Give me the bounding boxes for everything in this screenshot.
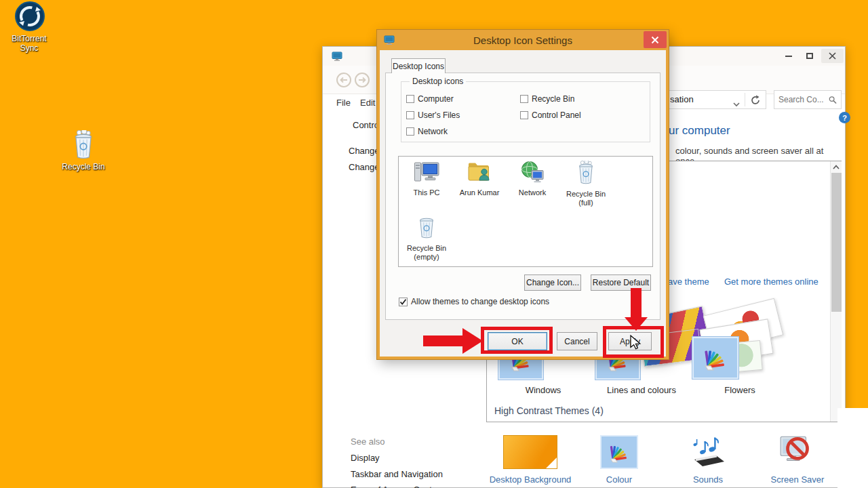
desktop-background-thumb[interactable] — [503, 435, 557, 469]
colour-thumb[interactable] — [600, 435, 638, 469]
menu-edit[interactable]: Edit — [360, 98, 375, 108]
bittorrent-sync-label[interactable]: BitTorrent Sync — [5, 34, 53, 53]
dialog-titlebar: Desktop Icon Settings — [377, 30, 669, 50]
desktop-background-link[interactable]: Desktop Background — [476, 474, 585, 485]
see-also-header: See also — [351, 436, 385, 447]
user-folder-icon — [467, 161, 492, 184]
preview-network-label: Network — [506, 188, 559, 197]
preview-user-files-label: Arun Kumar — [453, 188, 506, 197]
preview-this-pc[interactable]: This PC — [400, 161, 453, 197]
preview-user-files[interactable]: Arun Kumar — [453, 161, 506, 197]
group-label: Desktop icons — [410, 77, 466, 86]
sounds-link[interactable]: Sounds — [667, 474, 749, 485]
dialog-close-button[interactable] — [644, 31, 667, 48]
checkbox-network-box[interactable] — [406, 127, 414, 136]
screen-saver-icon[interactable] — [778, 433, 815, 471]
arrow-to-apply-head — [625, 317, 648, 331]
recycle-bin-full-icon — [576, 161, 596, 185]
arrow-to-ok-head — [462, 328, 483, 354]
allow-themes-checkbox[interactable]: Allow themes to change desktop icons — [399, 297, 549, 306]
preview-this-pc-label: This PC — [400, 188, 453, 197]
desktop: BitTorrent Sync Recycle Bin — [0, 0, 868, 488]
dialog-title: Desktop Icon Settings — [473, 35, 572, 46]
see-also-taskbar[interactable]: Taskbar and Navigation — [351, 469, 443, 479]
recycle-bin-desktop-icon[interactable] — [72, 130, 95, 160]
mouse-cursor — [629, 335, 644, 352]
checkbox-network[interactable]: Network — [406, 127, 448, 136]
refresh-icon[interactable] — [750, 95, 761, 108]
checkbox-control-panel-box[interactable] — [520, 111, 528, 119]
recycle-bin-empty-icon — [416, 215, 437, 239]
checkbox-recycle-bin-label: Recycle Bin — [532, 94, 574, 104]
allow-themes-label: Allow themes to change desktop icons — [411, 297, 549, 306]
sidebar-item-change-mouse-pointers[interactable]: Change — [349, 162, 380, 172]
chevron-down-icon[interactable] — [732, 98, 741, 110]
preview-network[interactable]: Network — [506, 161, 559, 197]
white-patch — [837, 408, 868, 488]
check-icon — [399, 298, 407, 306]
get-more-themes-link[interactable]: Get more themes online — [724, 277, 818, 287]
preview-recycle-bin-full-sub: (full) — [559, 199, 612, 207]
allow-themes-checkbox-box[interactable] — [399, 298, 408, 306]
see-also-ease-of-access[interactable]: Ease of Access Centre — [351, 485, 440, 488]
desktop-icon-settings-dialog: Desktop Icon Settings Desktop Icons Desk… — [377, 30, 669, 359]
checkbox-recycle-bin-box[interactable] — [520, 95, 528, 103]
scrollbar-up-icon[interactable] — [832, 164, 840, 170]
checkbox-network-label: Network — [418, 127, 448, 136]
icon-preview-panel: This PC Arun Kumar — [398, 156, 653, 267]
cancel-button[interactable]: Cancel — [557, 332, 597, 350]
colour-link[interactable]: Colour — [578, 474, 660, 485]
checkbox-users-files[interactable]: User's Files — [406, 110, 460, 120]
checkbox-computer-label: Computer — [418, 94, 454, 104]
page-heading: ur computer — [669, 124, 730, 138]
search-box[interactable] — [774, 90, 842, 109]
menu-file[interactable]: File — [336, 98, 351, 108]
checkbox-computer[interactable]: Computer — [406, 94, 454, 104]
sidebar-item-change-desktop-icons[interactable]: Change — [349, 146, 380, 156]
address-divider — [745, 93, 745, 106]
window-app-icon — [332, 51, 342, 64]
close-button[interactable] — [821, 49, 844, 63]
sounds-icon[interactable] — [688, 436, 728, 473]
see-also-display[interactable]: Display — [351, 453, 380, 463]
theme-label-lines-and-colours: Lines and colours — [591, 385, 692, 395]
screen-saver-link[interactable]: Screen Saver — [757, 474, 838, 485]
dialog-body: Desktop Icons Desktop icons Computer Rec… — [380, 50, 666, 357]
preview-recycle-bin-empty[interactable]: Recycle Bin (empty) — [400, 215, 453, 262]
this-pc-icon — [414, 161, 439, 184]
minimize-button[interactable] — [779, 49, 798, 63]
bittorrent-sync-icon[interactable] — [14, 1, 45, 32]
checkbox-control-panel[interactable]: Control Panel — [520, 110, 581, 120]
checkbox-users-files-label: User's Files — [418, 110, 460, 120]
recycle-bin-desktop-label[interactable]: Recycle Bin — [50, 162, 117, 171]
preview-recycle-bin-empty-sub: (empty) — [400, 253, 453, 262]
arrow-to-ok-shaft — [423, 336, 462, 346]
change-icon-button[interactable]: Change Icon... — [524, 274, 581, 291]
theme-tile-flowers[interactable] — [692, 337, 738, 379]
themes-scrollbar[interactable] — [830, 161, 842, 422]
search-input[interactable] — [778, 95, 829, 104]
save-theme-link[interactable]: ave theme — [668, 277, 709, 287]
ok-highlight-box — [481, 327, 553, 354]
preview-recycle-bin-full-label: Recycle Bin — [559, 190, 612, 199]
restore-default-button[interactable]: Restore Default — [591, 274, 651, 291]
checkbox-control-panel-label: Control Panel — [532, 110, 581, 120]
help-icon[interactable]: ? — [839, 112, 850, 123]
checkbox-users-files-box[interactable] — [406, 111, 414, 119]
forward-button[interactable] — [355, 73, 370, 87]
network-globe-icon — [520, 161, 545, 184]
maximize-button[interactable] — [800, 49, 819, 63]
back-button[interactable] — [336, 73, 351, 87]
close-icon — [651, 36, 659, 44]
tab-panel: Desktop icons Computer Recycle Bin User'… — [385, 73, 660, 320]
search-icon[interactable] — [829, 96, 837, 104]
scrollbar-thumb[interactable] — [831, 173, 842, 312]
preview-recycle-bin-empty-label: Recycle Bin — [400, 244, 453, 253]
high-contrast-themes-header: High Contrast Themes (4) — [494, 405, 604, 416]
checkbox-computer-box[interactable] — [406, 95, 414, 103]
checkbox-recycle-bin[interactable]: Recycle Bin — [520, 94, 574, 104]
tab-desktop-icons[interactable]: Desktop Icons — [391, 58, 446, 73]
arrow-to-apply-shaft — [631, 288, 642, 317]
preview-recycle-bin-full[interactable]: Recycle Bin (full) — [559, 161, 612, 207]
theme-label-flowers: Flowers — [692, 385, 787, 395]
